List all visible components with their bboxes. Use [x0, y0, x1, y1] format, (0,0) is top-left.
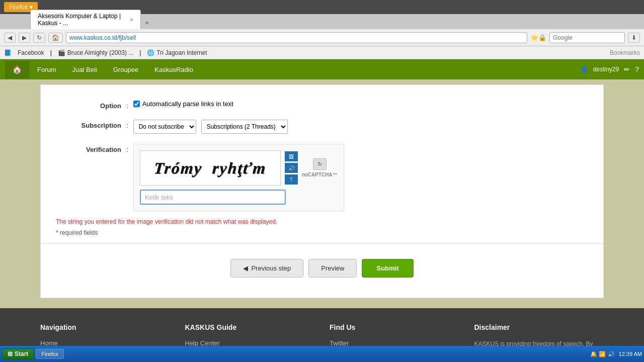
subscription-label: Subscription: [56, 120, 121, 129]
home-button[interactable]: 🏠: [48, 33, 63, 43]
nav-forum[interactable]: Forum: [29, 61, 64, 78]
footer-disclaimer-heading: Disclaimer: [474, 323, 604, 331]
taskbar-icons: 🔔 📶 🔊: [590, 351, 614, 357]
subscription-row: Subscription : Do not subscribeSubscribe…: [41, 115, 603, 139]
url-input[interactable]: [66, 32, 527, 43]
edit-icon[interactable]: ✏: [624, 65, 630, 73]
nav-groupee[interactable]: Groupee: [105, 61, 147, 78]
captcha-text: Trómy ryhţťm: [153, 159, 267, 177]
error-message: The string you entered for the image ver…: [41, 216, 603, 227]
prev-step-button[interactable]: ◀ Previous step: [230, 259, 303, 278]
taskbar: ⊞ Start Firefox 🔔 📶 🔊 12:39 AM: [0, 346, 644, 362]
bookmark-bruce[interactable]: 🎬 Bruce Almighty (2003) ...: [58, 49, 133, 56]
new-tab-button[interactable]: +: [141, 16, 153, 29]
form-container: Option : Automatically parse links in te…: [40, 84, 604, 298]
username: destiny29: [593, 66, 619, 73]
option-controls: Automatically parse links in text: [133, 100, 233, 108]
windows-icon: ⊞: [8, 350, 13, 357]
captcha-refresh-btn[interactable]: ↻: [313, 158, 327, 170]
captcha-area: Trómy ryhţťm 🖼 🔊 ? ↻ noCAPTCHA™: [140, 150, 338, 186]
form-divider: [41, 243, 603, 244]
option-label: Option: [56, 100, 121, 110]
captcha-input[interactable]: [140, 190, 286, 205]
footer-nav-heading: Navigation: [40, 323, 170, 331]
captcha-controls: 🖼 🔊 ?: [285, 151, 298, 185]
verification-controls: Trómy ryhţťm 🖼 🔊 ? ↻ noCAPTCHA™: [133, 144, 344, 211]
nav-kaskusradio[interactable]: KaskusRadio: [146, 61, 201, 78]
required-note: * required fields: [41, 227, 603, 238]
prev-label: Previous step: [251, 264, 291, 272]
parse-links-checkbox[interactable]: [133, 101, 140, 107]
footer-guide-heading: KASKUS Guide: [185, 323, 315, 331]
page-wrapper: Option : Automatically parse links in te…: [0, 79, 644, 308]
bookmark-facebook[interactable]: Facebook: [18, 49, 44, 56]
verification-box: Trómy ryhţťm 🖼 🔊 ? ↻ noCAPTCHA™: [133, 144, 344, 211]
verification-row: Verification : Trómy ryhţťm 🖼 🔊 ?: [41, 139, 603, 216]
nav-jualbeli[interactable]: Jual Beli: [64, 61, 105, 78]
tab-title: Aksesoris Komputer & Laptop | Kaskus - .…: [38, 13, 126, 27]
facebook-icon: 📘: [4, 49, 12, 56]
bookmarks-label: Bookmarks: [610, 49, 640, 56]
footer-findus-heading: Find Us: [330, 323, 459, 331]
ssl-icon: ⭐🔒: [530, 34, 546, 41]
subscription-select2[interactable]: Subscriptions (2 Threads): [201, 120, 288, 134]
tab-close-button[interactable]: ×: [130, 17, 133, 23]
preview-label: Preview: [321, 264, 344, 272]
option-row: Option : Automatically parse links in te…: [41, 95, 603, 115]
captcha-image-btn[interactable]: 🖼: [285, 151, 298, 161]
firefox-label: Firefox: [9, 4, 28, 11]
address-bar: ◀ ▶ ↻ 🏠 ⭐🔒 ⬇: [0, 29, 644, 46]
subscription-select1[interactable]: Do not subscribeSubscribe: [133, 120, 196, 134]
user-avatar: 👤: [581, 66, 588, 73]
main-nav: 🏠 Forum Jual Beli Groupee KaskusRadio 👤 …: [0, 59, 644, 79]
nav-right: 👤 destiny29 ✏ ?: [581, 65, 639, 73]
taskbar-right: 🔔 📶 🔊 12:39 AM: [590, 351, 642, 357]
verification-label: Verification: [56, 144, 121, 153]
submit-label: Submit: [376, 264, 398, 272]
captcha-audio-btn[interactable]: 🔊: [285, 163, 298, 173]
captcha-help-btn[interactable]: ?: [285, 174, 298, 185]
tab-bar: Aksesoris Komputer & Laptop | Kaskus - .…: [0, 14, 644, 29]
verification-colon: :: [126, 144, 128, 153]
button-row: ◀ Previous step Preview Submit: [41, 249, 603, 288]
subscription-colon: :: [126, 120, 128, 129]
start-button[interactable]: ⊞ Start: [2, 348, 34, 359]
preview-button[interactable]: Preview: [308, 259, 357, 278]
option-checkbox-label[interactable]: Automatically parse links in text: [133, 100, 233, 108]
bookmark-separator2: |: [139, 49, 141, 56]
refresh-button[interactable]: ↻: [33, 33, 45, 43]
download-button[interactable]: ⬇: [628, 33, 640, 43]
subscription-controls: Do not subscribeSubscribe Subscriptions …: [133, 120, 288, 134]
search-input[interactable]: [549, 32, 625, 43]
captcha-image: Trómy ryhţťm: [140, 150, 281, 186]
back-button[interactable]: ◀: [4, 33, 16, 43]
bookmark-separator: |: [50, 49, 52, 56]
nav-home-button[interactable]: 🏠: [5, 61, 29, 78]
option-colon: :: [126, 100, 128, 110]
start-label: Start: [15, 350, 28, 357]
captcha-brand: noCAPTCHA™: [302, 172, 338, 177]
prev-icon: ◀: [243, 264, 248, 272]
captcha-refresh-area: ↻ noCAPTCHA™: [302, 158, 338, 177]
refresh-icon: ↻: [317, 161, 322, 167]
bookmark-tri[interactable]: 🌐 Tri Jagoan Internet: [147, 49, 207, 56]
help-icon[interactable]: ?: [635, 65, 639, 73]
bookmarks-bar: 📘 Facebook | 🎬 Bruce Almighty (2003) ...…: [0, 46, 644, 59]
submit-button[interactable]: Submit: [362, 259, 413, 278]
active-tab[interactable]: Aksesoris Komputer & Laptop | Kaskus - .…: [30, 10, 141, 29]
forward-button[interactable]: ▶: [19, 33, 30, 43]
taskbar-firefox[interactable]: Firefox: [36, 349, 64, 359]
time-display: 12:39 AM: [619, 351, 642, 357]
